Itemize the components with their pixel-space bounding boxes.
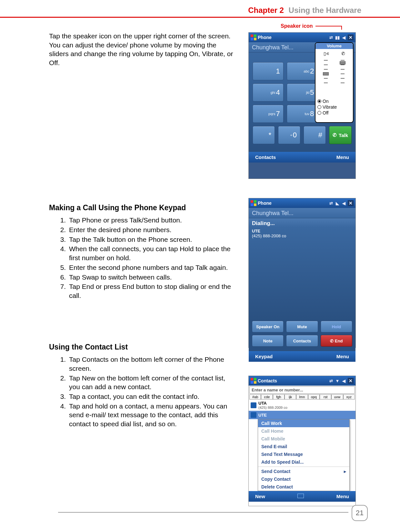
body-text: Tap the speaker icon on the upper right …: [49, 32, 238, 429]
keyboard-icon[interactable]: [297, 494, 304, 498]
soft-menu[interactable]: Menu: [336, 354, 349, 359]
slider-thumb[interactable]: [340, 61, 345, 64]
connectivity-icon[interactable]: ⇄: [328, 201, 334, 206]
connectivity-icon[interactable]: ⇄: [328, 378, 334, 383]
titlebar: Phone ⇄ ▮▮ ◀ ✕: [249, 33, 355, 42]
signal-icon: ▼: [335, 378, 340, 383]
alpha-tab[interactable]: xyz: [343, 394, 355, 399]
key-8[interactable]: tuv8: [287, 105, 318, 123]
window-title: Phone: [258, 201, 272, 206]
list-item: Tap Phone or press Talk/Send button.: [68, 216, 238, 225]
alpha-tab[interactable]: ijk: [285, 394, 296, 399]
menu-speed-dial[interactable]: Add to Speed Dial...: [258, 458, 349, 466]
end-button[interactable]: ✆ End: [321, 335, 352, 347]
soft-new[interactable]: New: [255, 494, 265, 499]
key-5[interactable]: jkl5: [287, 84, 318, 102]
key-1[interactable]: 1: [253, 62, 284, 80]
call-info: UTE (425) 888-2008 co: [249, 227, 355, 321]
phone-icon: ✆: [333, 132, 337, 138]
key-star[interactable]: *: [253, 126, 275, 144]
titlebar: Phone ⇄ ◣ ◀ ✕: [249, 198, 355, 208]
list-item: Enter the second phone numbers and tap T…: [68, 263, 238, 272]
menu-send-email[interactable]: Send E-mail: [258, 443, 349, 450]
alpha-index[interactable]: #ab cde fgh ijk lmn opq rst uvw xyz: [249, 394, 355, 399]
alpha-tab[interactable]: cde: [261, 394, 273, 399]
contact-row[interactable]: UTA (425) 888-2009 co: [249, 399, 355, 411]
device-volume-slider[interactable]: [324, 58, 328, 97]
alpha-tab[interactable]: opq: [308, 394, 320, 399]
radio-on[interactable]: On: [317, 99, 351, 104]
speaker-icon[interactable]: ◀: [341, 201, 346, 206]
speaker-icon[interactable]: ◀: [341, 35, 346, 40]
start-icon[interactable]: [251, 200, 256, 206]
context-menu: Call Work Call Home Call Mobile Send E-m…: [258, 419, 350, 491]
slider-thumb[interactable]: [323, 72, 329, 75]
menu-call-home: Call Home: [258, 427, 349, 435]
window-title: Contacts: [258, 378, 277, 383]
menu-delete-contact[interactable]: Delete Contact: [258, 483, 349, 491]
contacts-button[interactable]: Contacts: [286, 335, 318, 347]
contact-name: UTA: [258, 401, 287, 406]
talk-button[interactable]: ✆Talk: [329, 126, 352, 144]
list-item: Tap End or press End button to stop dial…: [68, 282, 238, 300]
speaker-on-button[interactable]: Speaker On: [252, 321, 284, 332]
footer-rule: [58, 512, 348, 513]
connectivity-icon[interactable]: ⇄: [328, 35, 334, 40]
page-footer: 21: [352, 505, 368, 521]
list-item: Tap Contacts on the bottom left corner o…: [68, 355, 238, 373]
menu-call-work[interactable]: Call Work: [258, 419, 349, 427]
hold-button[interactable]: Hold: [321, 321, 352, 332]
key-4[interactable]: ghi4: [253, 84, 284, 102]
note-button[interactable]: Note: [252, 335, 284, 347]
window-title: Phone: [258, 35, 272, 40]
screenshot-phone-dialing: Phone ⇄ ◣ ◀ ✕ Chunghwa Tel... Dialing...…: [248, 198, 356, 348]
radio-vibrate[interactable]: Vibrate: [317, 104, 351, 110]
menu-send-text[interactable]: Send Text Message: [258, 450, 349, 458]
callee-name: UTE: [252, 229, 352, 233]
signal-icon: ▮▮: [335, 35, 340, 40]
phone-icon: ✆: [330, 339, 334, 343]
page-number: 21: [352, 505, 368, 521]
alpha-tab[interactable]: lmn: [296, 394, 308, 399]
ring-volume-slider[interactable]: [340, 58, 345, 97]
start-icon[interactable]: [251, 34, 256, 40]
volume-popup: Volume ▯∊ ✆ On Vibrate Off: [315, 42, 354, 123]
alpha-tab[interactable]: uvw: [331, 394, 343, 399]
close-icon[interactable]: ✕: [348, 200, 354, 206]
menu-call-mobile: Call Mobile: [258, 435, 349, 443]
soft-keypad[interactable]: Keypad: [255, 354, 273, 359]
soft-contacts[interactable]: Contacts: [255, 154, 276, 160]
radio-off[interactable]: Off: [317, 110, 351, 115]
close-icon[interactable]: ✕: [348, 378, 354, 384]
ring-vol-icon: ✆: [341, 51, 345, 56]
soft-menu[interactable]: Menu: [336, 154, 349, 160]
list-item: Enter the desired phone numbers.: [68, 225, 238, 234]
alpha-tab[interactable]: fgh: [273, 394, 285, 399]
menu-send-contact[interactable]: Send Contact▸: [258, 468, 349, 475]
start-icon[interactable]: [251, 378, 256, 384]
making-call-list: Tap Phone or press Talk/Send button. Ent…: [49, 216, 238, 300]
key-pound[interactable]: #: [304, 126, 326, 144]
volume-title: Volume: [315, 43, 353, 49]
menu-copy-contact[interactable]: Copy Contact: [258, 475, 349, 483]
alpha-tab[interactable]: #ab: [249, 394, 261, 399]
list-item: When the call connects, you can tap Hold…: [68, 244, 238, 262]
contact-card-icon: [251, 412, 256, 418]
key-0[interactable]: +0: [278, 126, 300, 144]
mute-button[interactable]: Mute: [286, 321, 318, 332]
softkey-bar: Keypad Menu: [249, 351, 355, 362]
speaker-icon[interactable]: ◀: [341, 378, 346, 383]
close-icon[interactable]: ✕: [348, 34, 354, 40]
screenshot-phone-keypad: Phone ⇄ ▮▮ ◀ ✕ Chunghwa Tel... 1 abc2 de…: [248, 32, 356, 179]
alpha-tab[interactable]: rst: [320, 394, 331, 399]
section-making-call-title: Making a Call Using the Phone Keypad: [49, 203, 238, 212]
device-vol-icon: ▯∊: [324, 51, 329, 56]
key-7[interactable]: pqrs7: [253, 105, 284, 123]
search-input[interactable]: Enter a name or number...: [249, 386, 355, 394]
callee-number: (425) 888-2008 co: [252, 233, 352, 238]
soft-menu[interactable]: Menu: [336, 494, 349, 499]
header-rule: [0, 17, 400, 18]
intro-paragraph: Tap the speaker icon on the upper right …: [49, 32, 238, 67]
contact-row-selected[interactable]: UTE: [249, 411, 355, 419]
key-2[interactable]: abc2: [287, 62, 318, 80]
